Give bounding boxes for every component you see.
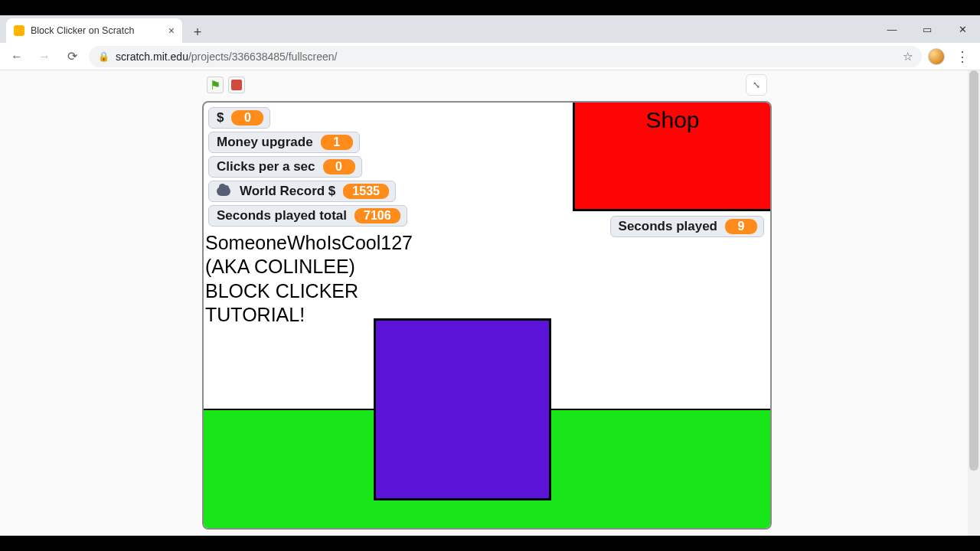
reload-button[interactable]: ⟳: [61, 46, 83, 67]
monitor-value: 1535: [343, 184, 389, 199]
omnibox[interactable]: 🔒 scratch.mit.edu/projects/336638485/ful…: [89, 46, 922, 67]
shop-button[interactable]: Shop: [573, 103, 770, 211]
green-flag-icon: ⚑: [210, 78, 220, 93]
window-maximize-button[interactable]: ▭: [910, 15, 945, 43]
monitor-label: Money upgrade: [217, 135, 313, 150]
monitor-value: 7106: [354, 208, 400, 223]
cloud-icon: [217, 187, 230, 196]
stop-icon: [231, 80, 242, 90]
new-tab-button[interactable]: +: [187, 21, 208, 43]
page-viewport: ⚑ ⤡ Shop $ 0 Money upgrade 1 Clicks per …: [0, 70, 980, 536]
window-minimize-button[interactable]: —: [874, 15, 910, 43]
monitor-label: $: [217, 110, 224, 126]
window-close-button[interactable]: ✕: [945, 15, 980, 43]
bookmark-star-icon[interactable]: ☆: [903, 50, 913, 64]
scratch-favicon: [14, 25, 24, 36]
monitor-clicks-per-sec: Clicks per a sec 0: [208, 156, 362, 178]
url-host: scratch.mit.edu: [116, 51, 188, 63]
shop-label: Shop: [645, 107, 699, 133]
chrome-menu-button[interactable]: ⋮: [951, 48, 974, 65]
profile-avatar[interactable]: [928, 48, 945, 65]
monitor-value: 0: [323, 159, 355, 174]
monitor-value: 1: [321, 135, 353, 150]
window-controls: — ▭ ✕: [874, 15, 980, 43]
tab-strip: Block Clicker on Scratch × + — ▭ ✕: [0, 15, 980, 43]
monitor-money: $ 0: [208, 107, 270, 129]
back-button[interactable]: ←: [6, 46, 28, 67]
lock-icon: 🔒: [98, 51, 109, 62]
forward-button[interactable]: →: [34, 46, 55, 67]
clicker-block[interactable]: [374, 318, 551, 500]
scratch-stage: Shop $ 0 Money upgrade 1 Clicks per a se…: [202, 101, 772, 530]
address-bar: ← → ⟳ 🔒 scratch.mit.edu/projects/3366384…: [0, 43, 980, 70]
monitor-seconds-total: Seconds played total 7106: [208, 205, 407, 227]
stop-button[interactable]: [228, 77, 245, 93]
scrollbar-thumb[interactable]: [969, 70, 978, 471]
monitor-seconds-played: Seconds played 9: [610, 216, 764, 237]
monitor-value: 9: [725, 219, 757, 234]
url-path: /projects/336638485/fullscreen/: [188, 51, 338, 63]
close-tab-button[interactable]: ×: [168, 24, 175, 37]
monitor-money-upgrade: Money upgrade 1: [208, 132, 360, 153]
monitor-world-record: World Record $ 1535: [208, 181, 396, 202]
credits-text: SomeoneWhoIsCool127 (AKA COLINLEE) BLOCK…: [205, 231, 413, 327]
monitor-label: Seconds played: [619, 219, 717, 234]
monitor-label: Seconds played total: [217, 208, 347, 223]
monitor-label: Clicks per a sec: [217, 159, 315, 174]
vertical-scrollbar[interactable]: [968, 70, 980, 536]
exit-fullscreen-button[interactable]: ⤡: [746, 74, 767, 96]
exit-fullscreen-icon: ⤡: [753, 80, 760, 90]
green-flag-button[interactable]: ⚑: [207, 77, 224, 93]
tab-title: Block Clicker on Scratch: [31, 25, 134, 36]
variable-monitor-column: $ 0 Money upgrade 1 Clicks per a sec 0 W…: [208, 107, 407, 227]
scratch-player-bar: ⚑ ⤡: [202, 73, 772, 96]
browser-chrome: Block Clicker on Scratch × + — ▭ ✕ ← → ⟳…: [0, 15, 980, 70]
monitor-value: 0: [231, 110, 263, 126]
monitor-label: World Record $: [240, 184, 335, 199]
browser-tab[interactable]: Block Clicker on Scratch ×: [6, 18, 182, 43]
